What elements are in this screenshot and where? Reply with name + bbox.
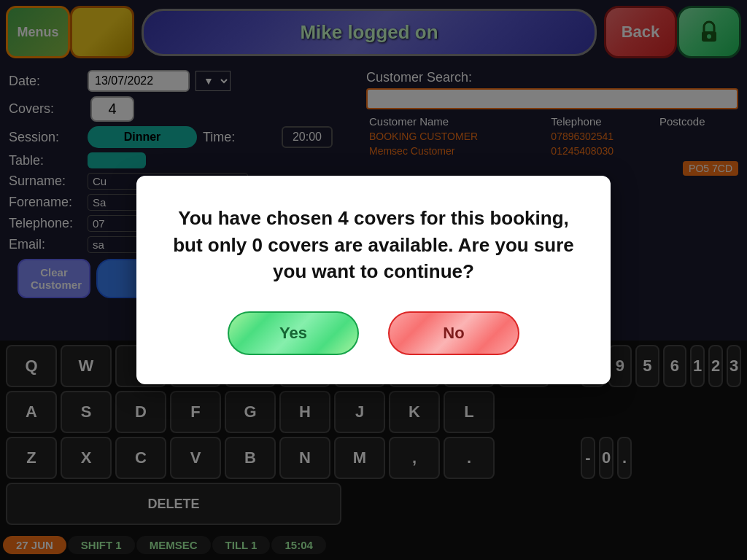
modal-message: You have chosen 4 covers for this bookin… <box>173 205 574 284</box>
modal-buttons: Yes No <box>173 311 574 355</box>
modal-overlay: You have chosen 4 covers for this bookin… <box>0 0 747 560</box>
modal-box: You have chosen 4 covers for this bookin… <box>136 176 611 384</box>
modal-no-button[interactable]: No <box>388 311 519 355</box>
modal-yes-button[interactable]: Yes <box>228 311 359 355</box>
